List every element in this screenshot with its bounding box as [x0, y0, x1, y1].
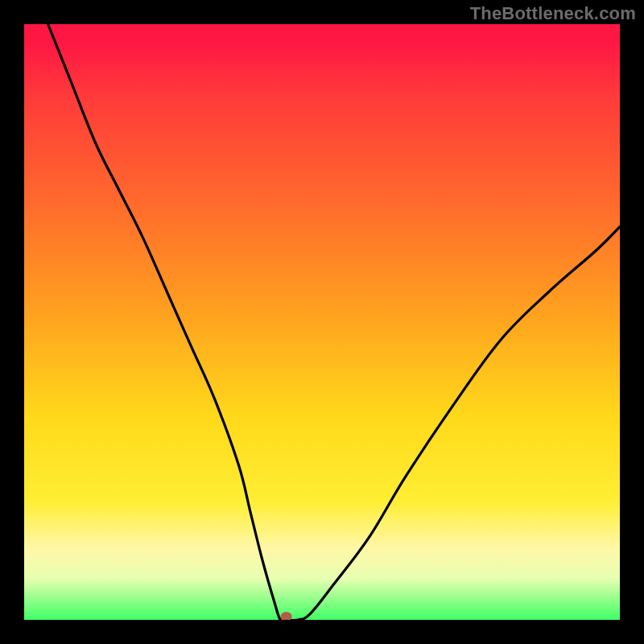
- plot-area: [24, 24, 620, 620]
- bottleneck-curve: [48, 24, 620, 620]
- minimum-marker-icon: [281, 612, 292, 620]
- chart-frame: TheBottleneck.com: [0, 0, 644, 644]
- curve-layer: [24, 24, 620, 620]
- watermark-text: TheBottleneck.com: [470, 3, 636, 24]
